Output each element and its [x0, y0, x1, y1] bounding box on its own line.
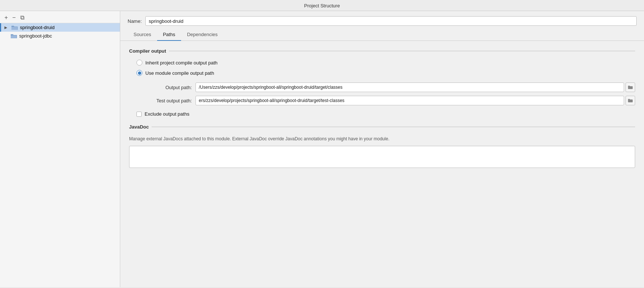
selected-bar — [0, 23, 1, 32]
output-path-input-wrapper — [195, 82, 635, 92]
tab-sources[interactable]: Sources — [128, 29, 157, 41]
exclude-checkbox-row[interactable]: Exclude output paths — [136, 111, 635, 117]
test-output-path-browse-button[interactable] — [626, 96, 635, 105]
javadoc-header: JavaDoc — [129, 124, 635, 130]
remove-module-button[interactable]: − — [11, 15, 16, 21]
sidebar: + − ⧉ ▶ springboot-druid — [0, 11, 120, 287]
panel-content: Compiler output Inherit project compile … — [120, 41, 644, 287]
window-title: Project Structure — [304, 3, 340, 8]
test-output-path-input-wrapper — [195, 96, 635, 105]
tabs-bar: Sources Paths Dependencies — [120, 29, 644, 41]
folder-icon — [11, 25, 18, 30]
output-path-browse-button[interactable] — [626, 82, 635, 92]
folder-icon-jdbc — [10, 34, 17, 39]
name-input[interactable] — [145, 16, 637, 26]
sidebar-toolbar: + − ⧉ — [0, 13, 120, 23]
radio-inherit-button[interactable] — [136, 60, 142, 66]
radio-inherit-label: Inherit project compile output path — [145, 60, 218, 66]
add-module-button[interactable]: + — [4, 15, 8, 21]
tab-paths[interactable]: Paths — [157, 29, 181, 41]
sidebar-item-springboot-jdbc[interactable]: springboot-jdbc — [0, 32, 120, 40]
test-output-path-input[interactable] — [195, 96, 624, 105]
name-row: Name: — [120, 11, 644, 29]
tab-dependencies[interactable]: Dependencies — [181, 29, 224, 41]
exclude-checkbox[interactable] — [136, 112, 142, 117]
test-output-path-row: Test output path: — [144, 96, 635, 105]
name-label: Name: — [128, 18, 142, 24]
section-divider — [169, 51, 635, 51]
radio-use-module-button[interactable] — [136, 70, 142, 76]
copy-module-button[interactable]: ⧉ — [20, 15, 25, 21]
sidebar-item-springboot-druid[interactable]: ▶ springboot-druid — [0, 23, 120, 32]
test-output-path-label: Test output path: — [144, 98, 192, 103]
right-panel: Name: Sources Paths Dependencies Compile… — [120, 11, 644, 287]
arrow-icon: ▶ — [4, 25, 9, 29]
radio-use-module[interactable]: Use module compile output path — [136, 70, 635, 76]
javadoc-title: JavaDoc — [129, 124, 149, 130]
compiler-output-header: Compiler output — [129, 48, 635, 54]
radio-inherit[interactable]: Inherit project compile output path — [136, 60, 635, 66]
sidebar-item-label-jdbc: springboot-jdbc — [19, 33, 52, 39]
javadoc-section: JavaDoc Manage external JavaDocs attache… — [129, 124, 635, 168]
output-path-row: Output path: — [144, 82, 635, 92]
radio-use-module-inner — [138, 71, 141, 75]
output-path-input[interactable] — [195, 82, 624, 92]
title-bar: Project Structure — [0, 0, 644, 11]
javadoc-divider — [152, 127, 635, 127]
output-path-label: Output path: — [144, 85, 192, 90]
sidebar-item-label-druid: springboot-druid — [20, 25, 55, 30]
path-rows: Output path: Test output path: — [144, 82, 635, 105]
compiler-output-title: Compiler output — [129, 48, 166, 54]
javadoc-description: Manage external JavaDocs attached to thi… — [129, 136, 635, 142]
exclude-checkbox-label: Exclude output paths — [145, 111, 189, 117]
javadoc-list-box — [129, 146, 635, 168]
radio-group: Inherit project compile output path Use … — [136, 60, 635, 76]
radio-use-module-label: Use module compile output path — [145, 70, 214, 76]
